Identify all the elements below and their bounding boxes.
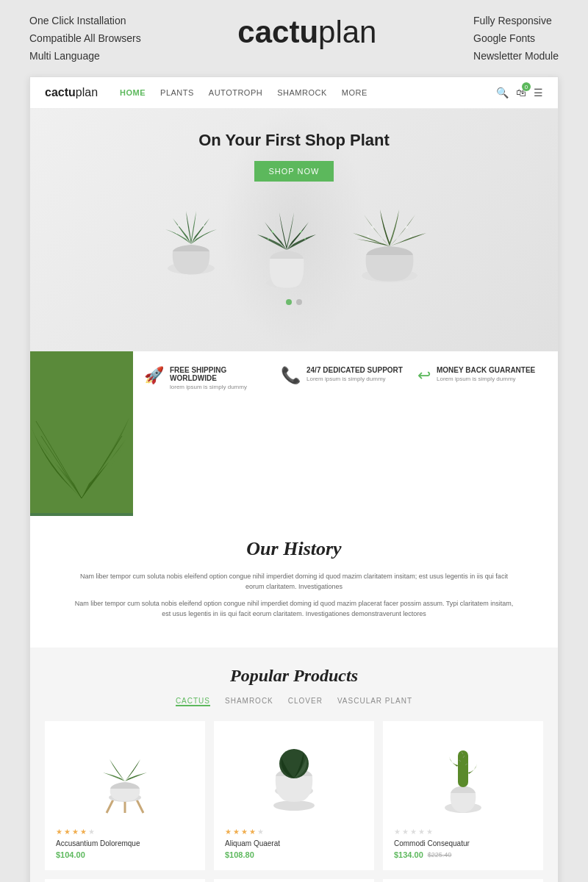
hero-plants	[45, 189, 543, 292]
history-section: Our History Nam liber tempor cum soluta …	[30, 516, 558, 648]
svg-point-8	[304, 238, 306, 240]
cart-icon[interactable]: 🛍	[516, 87, 526, 98]
svg-point-11	[405, 226, 408, 229]
shipping-icon: 🚀	[144, 366, 164, 385]
brand-regular: plan	[318, 15, 376, 49]
feature-support: 📞 24/7 DEDICATED SUPPORT Lorem ipsum is …	[281, 366, 410, 390]
shop-now-button[interactable]: SHOP NOW	[254, 161, 334, 182]
feature-shipping-desc: lorem ipsum is simply dummy	[170, 384, 273, 390]
price-current-3: $134.00	[394, 850, 423, 859]
product-image-2	[261, 732, 327, 820]
plant-1	[151, 189, 232, 277]
brand-title: cactuplan	[141, 15, 473, 50]
svg-point-5	[272, 231, 274, 233]
star: ★	[72, 828, 79, 836]
product-card-1: ★ ★ ★ ★ ★ Accusantium Doloremque $104.00	[45, 721, 205, 870]
price-old-3: $225.40	[428, 851, 452, 858]
tab-cactus[interactable]: CACTUS	[176, 697, 210, 706]
product-card-3: ★ ★ ★ ★ ★ Commodi Consequatur $134.00 $2…	[383, 721, 543, 870]
history-text-1: Nam liber tempor cum soluta nobis eleife…	[74, 571, 514, 592]
nav-home[interactable]: HOME	[120, 88, 146, 97]
star: ★	[56, 828, 62, 836]
brand-bold: cactu	[237, 15, 318, 49]
svg-line-19	[136, 798, 143, 813]
nav-autotroph[interactable]: AUTOTROPH	[209, 88, 262, 97]
product-name-1: Accusantium Doloremque	[56, 839, 140, 847]
side-plant-svg	[30, 351, 133, 513]
top-left-features: One Click Installation Compatible All Br…	[29, 15, 141, 62]
star: ★	[241, 828, 248, 836]
feature-one-click: One Click Installation	[29, 15, 141, 26]
product-price-3: $134.00 $225.40	[394, 850, 451, 859]
features-row: 🚀 FREE SHIPPING WORLDWIDE lorem ipsum is…	[144, 366, 547, 390]
support-icon: 📞	[281, 366, 301, 385]
tab-vascular[interactable]: VASCULAR PLANT	[337, 697, 412, 706]
product-tabs: CACTUS SHAMROCK CLOVER VASCULAR PLANT	[45, 697, 543, 706]
inner-logo: cactuplan	[45, 86, 98, 99]
stars-2: ★ ★ ★ ★ ★	[225, 828, 264, 836]
product-card-2: ★ ★ ★ ★ ★ Aliquam Quaerat $108.80	[214, 721, 374, 870]
star: ★	[64, 828, 71, 836]
plant-3	[342, 189, 437, 284]
product-card-4: ★ ★ ★ ★ ★ Consectetur Hampden $110.00 $6…	[45, 879, 205, 882]
star: ★	[394, 828, 401, 836]
feature-newsletter: Newsletter Module	[473, 50, 559, 62]
price-current-1: $104.00	[56, 850, 85, 859]
product-price-1: $104.00	[56, 850, 85, 859]
star: ★	[249, 828, 256, 836]
search-icon[interactable]: 🔍	[496, 87, 509, 98]
feature-moneyback-title: MONEY BACK GUARANTEE	[437, 366, 535, 374]
inner-logo-regular: plan	[76, 86, 98, 98]
product-name-3: Commodi Consequatur	[394, 839, 470, 847]
tab-shamrock[interactable]: SHAMROCK	[225, 697, 273, 706]
svg-rect-14	[30, 351, 133, 513]
svg-point-2	[203, 225, 205, 227]
svg-point-1	[178, 225, 180, 227]
svg-line-18	[107, 798, 114, 813]
products-grid: ★ ★ ★ ★ ★ Accusantium Doloremque $104.00	[45, 721, 543, 882]
tab-clover[interactable]: CLOVER	[288, 697, 323, 706]
history-text-2: Nam liber tempor cum soluta nobis eleife…	[74, 598, 514, 620]
side-plant	[30, 351, 133, 516]
feature-support-desc: Lorem ipsum is simply dummy	[306, 376, 403, 382]
svg-point-12	[368, 235, 370, 237]
inner-logo-bold: cactu	[45, 86, 76, 98]
top-right-features: Fully Responsive Google Fonts Newsletter…	[473, 15, 559, 62]
product-price-2: $108.80	[225, 850, 254, 859]
star: ★	[88, 828, 95, 836]
nav-plants[interactable]: PLANTS	[160, 88, 194, 97]
preview-wrapper: cactuplan HOME PLANTS AUTOTROPH SHAMROCK…	[29, 76, 559, 882]
products-section: Popular Products CACTUS SHAMROCK CLOVER …	[30, 648, 558, 882]
hero-section: On Your First Shop Plant SHOP NOW	[30, 109, 558, 351]
star: ★	[225, 828, 232, 836]
products-title: Popular Products	[45, 666, 543, 686]
history-title: Our History	[74, 538, 514, 560]
svg-point-3	[176, 232, 177, 234]
menu-icon[interactable]: ☰	[534, 87, 543, 98]
product-card-6: ★ ★ ★ ★ ★ Laborum Eveniet $97.99	[383, 879, 543, 882]
svg-point-22	[273, 800, 315, 811]
product-card-5: ★ ★ ★ ★ ★ Exercitat Virginia $104.00 $66…	[214, 879, 374, 882]
product-image-3	[430, 732, 496, 820]
product-image-1	[92, 732, 158, 820]
feature-browsers: Compatible All Browsers	[29, 32, 141, 44]
feature-shipping-title: FREE SHIPPING WORLDWIDE	[170, 366, 273, 382]
hero-title: On Your First Shop Plant	[45, 131, 543, 150]
nav-more[interactable]: MORE	[342, 88, 368, 97]
star: ★	[80, 828, 87, 836]
stars-3: ★ ★ ★ ★ ★	[394, 828, 433, 836]
svg-rect-26	[458, 750, 468, 787]
feature-moneyback: ↩ MONEY BACK GUARANTEE Lorem ipsum is si…	[417, 366, 547, 390]
star: ★	[257, 828, 264, 836]
svg-point-13	[410, 235, 412, 237]
product-name-2: Aliquam Quaerat	[225, 839, 280, 847]
feature-support-text: 24/7 DEDICATED SUPPORT Lorem ipsum is si…	[306, 366, 403, 382]
nav-shamrock[interactable]: SHAMROCK	[277, 88, 327, 97]
svg-point-7	[268, 238, 269, 240]
star: ★	[410, 828, 417, 836]
star: ★	[233, 828, 240, 836]
inner-nav-icons: 🔍 🛍 ☰	[496, 87, 543, 98]
features-content: 🚀 FREE SHIPPING WORLDWIDE lorem ipsum is…	[133, 351, 558, 516]
star: ★	[426, 828, 433, 836]
feature-moneyback-text: MONEY BACK GUARANTEE Lorem ipsum is simp…	[437, 366, 535, 382]
